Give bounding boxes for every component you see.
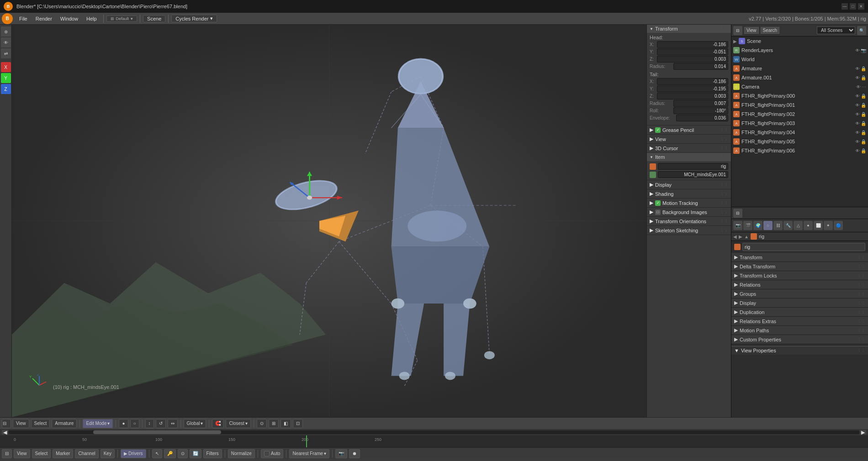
outliner-icon[interactable]: ⊟	[733, 26, 742, 35]
props-data-icon[interactable]: △	[794, 221, 803, 230]
head-x-value[interactable]: -0.186	[657, 41, 728, 48]
props-particles-icon[interactable]: ✦	[824, 221, 833, 230]
rotate-btn[interactable]: ↺	[156, 419, 166, 428]
statusbar-select-btn[interactable]: Select	[32, 449, 51, 458]
props-locks-header[interactable]: ▶ Transform Locks ⋮⋮	[731, 271, 868, 280]
statusbar-view-btn[interactable]: View	[14, 449, 30, 458]
outliner-item-world[interactable]: W World	[731, 55, 868, 64]
scale-btn[interactable]: ⇔	[168, 419, 178, 428]
outliner-item-armature[interactable]: A Armature 👁 🔒	[731, 64, 868, 73]
fthr5-lock[interactable]: 🔒	[861, 139, 866, 144]
fthr0-eye[interactable]: 👁	[855, 94, 860, 99]
fthr0-lock[interactable]: 🔒	[861, 94, 866, 99]
props-material-icon[interactable]: ●	[804, 221, 813, 230]
minimize-button[interactable]: —	[842, 3, 848, 10]
statusbar-key-mode-btn[interactable]: 🔑	[164, 449, 176, 458]
fthr5-eye[interactable]: 👁	[855, 139, 860, 144]
statusbar-normalize-btn[interactable]: Normalize	[228, 449, 255, 458]
maximize-button[interactable]: □	[850, 3, 856, 10]
outliner-item-fthr4[interactable]: A FTHR_flightPrimary.004 👁 🔒	[731, 128, 868, 137]
props-name-input[interactable]	[742, 243, 865, 251]
props-relations-header[interactable]: ▶ Relations ⋮⋮	[731, 280, 868, 289]
props-relations-extras-header[interactable]: ▶ Relations Extras ⋮⋮	[731, 317, 868, 325]
proportional-btn[interactable]: ⊙	[257, 419, 267, 428]
fthr3-lock[interactable]: 🔒	[861, 121, 866, 126]
mode-icon[interactable]: ⊕	[1, 26, 11, 37]
tl-scroll-left[interactable]: ◀	[2, 430, 8, 435]
3d-cursor-section[interactable]: ▶ 3D Cursor ⋮⋮	[647, 144, 731, 153]
statusbar-record-btn[interactable]: ⏺	[349, 449, 360, 458]
armature-lock[interactable]: 🔒	[861, 66, 866, 71]
scene-selector[interactable]: Scene	[143, 15, 165, 22]
statusbar-loop-btn[interactable]: 🔄	[190, 449, 201, 458]
grease-pencil-checkbox[interactable]: ✓	[655, 127, 661, 133]
snap-type-btn[interactable]: Closest ▾	[226, 419, 250, 428]
view-menu-btn[interactable]: View	[13, 419, 29, 428]
outliner-item-fthr6[interactable]: A FTHR_flightPrimary.006 👁 🔒	[731, 146, 868, 155]
item-name-value[interactable]: rig	[658, 163, 728, 170]
outliner-item-fthr2[interactable]: A FTHR_flightPrimary.002 👁 🔒	[731, 110, 868, 119]
transform-orientations-section[interactable]: ▶ Transform Orientations ⋮⋮	[647, 217, 731, 226]
statusbar-cursor-btn[interactable]: ↖	[152, 449, 162, 458]
tail-z-value[interactable]: 0.003	[657, 93, 728, 100]
outliner-item-camera[interactable]: C Camera 👁 ⋯	[731, 82, 868, 91]
motion-tracking-section[interactable]: ▶ ✓ Motion Tracking ⋮⋮	[647, 199, 731, 208]
armature001-eye[interactable]: 👁	[855, 75, 860, 80]
item-header[interactable]: ▼ Item ⋮⋮	[647, 153, 731, 161]
shading-section[interactable]: ▶ Shading ⋮⋮	[647, 189, 731, 199]
mirror-btn[interactable]: ⊞	[269, 419, 279, 428]
renderlayers-render[interactable]: 📷	[861, 48, 866, 53]
props-modifiers-icon[interactable]: 🔧	[783, 221, 793, 230]
nearest-frame-btn[interactable]: Nearest Frame ▾	[289, 449, 329, 458]
props-scene-icon[interactable]: 🎬	[743, 221, 752, 230]
tail-y-value[interactable]: -0.195	[657, 85, 728, 92]
snap-btn[interactable]: 🧲	[212, 419, 224, 428]
props-duplication-header[interactable]: ▶ Duplication ⋮⋮	[731, 308, 868, 316]
fthr2-lock[interactable]: 🔒	[861, 112, 866, 117]
props-display-header[interactable]: ▶ Display ⋮⋮	[731, 299, 868, 307]
props-physics-icon[interactable]: 🔵	[834, 221, 843, 230]
outliner-item-fthr1[interactable]: A FTHR_flightPrimary.001 👁 🔒	[731, 100, 868, 110]
tail-roll-value[interactable]: -180°	[673, 107, 728, 114]
props-back-icon[interactable]: ◀	[733, 234, 737, 239]
head-radius-value[interactable]: 0.014	[673, 63, 728, 70]
menu-file[interactable]: File	[16, 15, 31, 22]
global-btn[interactable]: Global ▾	[184, 419, 206, 428]
motion-tracking-checkbox[interactable]: ✓	[655, 200, 661, 206]
display-section[interactable]: ▶ Display ⋮⋮	[647, 180, 731, 189]
transform-btn[interactable]: ↕	[145, 419, 154, 428]
view-properties-section[interactable]: ▼ View Properties ⋮⋮	[731, 346, 868, 355]
statusbar-camera-icon[interactable]: 📷	[335, 449, 347, 458]
camera-eye[interactable]: 👁	[856, 84, 861, 89]
props-groups-header[interactable]: ▶ Groups ⋮⋮	[731, 289, 868, 298]
outliner-item-scene[interactable]: ▶ S Scene	[731, 37, 868, 46]
tail-x-value[interactable]: -0.186	[657, 78, 728, 85]
tail-radius-value[interactable]: 0.007	[673, 100, 728, 107]
outliner-item-renderlayers[interactable]: R RenderLayers 👁 📷	[731, 46, 868, 55]
transform-icon[interactable]: ⇄	[1, 48, 11, 58]
viewport-shading-btn2[interactable]: ○	[130, 419, 139, 428]
statusbar-icon[interactable]: ⊟	[2, 449, 12, 458]
skeleton-sketching-section[interactable]: ▶ Skeleton Sketching ⋮⋮	[647, 226, 731, 235]
camera-icons[interactable]: ⋯	[862, 84, 866, 89]
fthr6-eye[interactable]: 👁	[855, 148, 860, 153]
outliner-view-button[interactable]: View	[744, 27, 759, 34]
outliner-item-fthr5[interactable]: A FTHR_flightPrimary.005 👁 🔒	[731, 137, 868, 146]
statusbar-filters-btn[interactable]: Filters	[203, 449, 222, 458]
timeline-scrollbar-thumb[interactable]	[93, 430, 221, 434]
statusbar-marker-btn[interactable]: Marker	[53, 449, 73, 458]
statusbar-key-btn[interactable]: Key	[101, 449, 115, 458]
armature-menu-btn[interactable]: Armature	[52, 419, 77, 428]
fthr1-eye[interactable]: 👁	[855, 103, 860, 108]
timeline-cursor[interactable]	[306, 435, 307, 447]
background-images-checkbox[interactable]: □	[655, 210, 661, 215]
timeline-scrollbar-track[interactable]	[8, 430, 860, 434]
tail-envelope-value[interactable]: 0.036	[676, 115, 728, 121]
armature001-lock[interactable]: 🔒	[861, 75, 866, 80]
menu-render[interactable]: Render	[32, 15, 56, 22]
render-engine-selector[interactable]: Cycles Render ▾	[171, 15, 217, 22]
head-y-value[interactable]: -0.051	[657, 48, 728, 55]
viewport-shading-btn[interactable]: ●	[119, 419, 128, 428]
viewport-icon-btn[interactable]: ⊟	[2, 419, 11, 428]
fthr4-eye[interactable]: 👁	[855, 130, 860, 135]
